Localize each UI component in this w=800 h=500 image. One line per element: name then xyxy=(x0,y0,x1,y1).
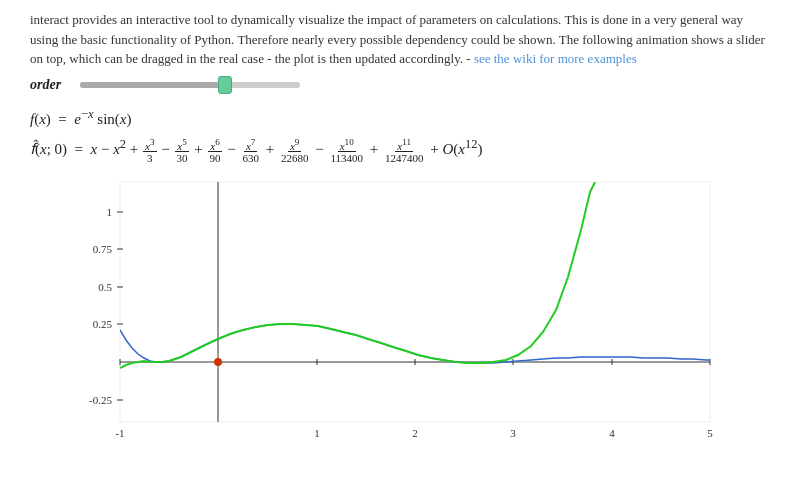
slider-track[interactable] xyxy=(80,82,300,88)
ylabel-075: 0.75 xyxy=(93,243,113,255)
origin-dot xyxy=(214,358,222,366)
xlabel-n1: -1 xyxy=(115,427,124,439)
ylabel-05: 0.5 xyxy=(98,281,112,293)
slider-thumb[interactable] xyxy=(218,76,232,94)
wiki-link[interactable]: see the wiki for more examples xyxy=(474,51,637,66)
xlabel-1: 1 xyxy=(314,427,320,439)
chart-area: 1 0.75 0.5 0.25 -0.25 -1 1 xyxy=(60,172,740,452)
xlabel-4: 4 xyxy=(609,427,615,439)
fx-formula: f(x) = e−x sin(x) xyxy=(30,103,770,134)
fhat-formula: f̂(x; 0) = x − x2 + x33 − x530 + x690 − … xyxy=(30,133,770,164)
math-block: f(x) = e−x sin(x) f̂(x; 0) = x − x2 + x3… xyxy=(30,103,770,165)
slider-fill xyxy=(80,82,230,88)
slider-label: order xyxy=(30,77,70,93)
xlabel-2: 2 xyxy=(412,427,418,439)
slider-row: order xyxy=(30,77,770,93)
page: interact provides an interactive tool to… xyxy=(0,0,800,500)
xlabel-3: 3 xyxy=(510,427,516,439)
xlabel-5: 5 xyxy=(707,427,713,439)
ylabel-025: 0.25 xyxy=(93,318,113,330)
ylabel-1: 1 xyxy=(107,206,113,218)
ylabel-n025: -0.25 xyxy=(89,394,112,406)
chart-bg xyxy=(120,182,710,422)
intro-text: interact provides an interactive tool to… xyxy=(30,12,765,66)
plot-svg: 1 0.75 0.5 0.25 -0.25 -1 1 xyxy=(60,172,740,452)
intro-paragraph: interact provides an interactive tool to… xyxy=(30,10,770,69)
